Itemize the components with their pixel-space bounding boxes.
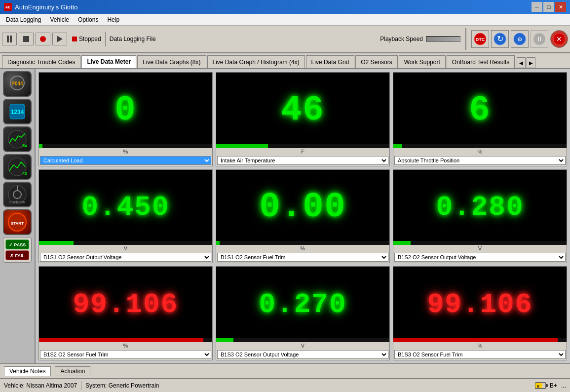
meter-select-row-5: B1S2 O2 Sensor Output Voltage — [393, 252, 567, 263]
title-bar-left: AE AutoEnginuity's Giotto — [4, 3, 78, 11]
svg-text:✕: ✕ — [556, 35, 562, 43]
meter-display-7: 0.270 — [216, 267, 389, 342]
toolbar-divider-2 — [465, 28, 466, 50]
tab-live-data-meter[interactable]: Live Data Meter — [81, 55, 136, 68]
stop-button[interactable] — [19, 33, 34, 45]
toolbar-refresh-button[interactable]: ↻ — [491, 30, 509, 48]
meter-value-5: 0.280 — [436, 192, 524, 223]
sidebar-graph4x-button[interactable]: 4x — [3, 154, 32, 180]
meter-progress-fill-7 — [216, 338, 233, 342]
tab-onboard-test[interactable]: OnBoard Test Results — [447, 55, 515, 68]
meter-cell-6: 99.106 % B1S2 O2 Sensor Fuel Trim — [38, 266, 213, 360]
tab-o2-sensors[interactable]: O2 Sensors — [355, 55, 397, 68]
meter-select-1[interactable]: Intake Air Temperature — [217, 156, 388, 165]
sidebar-num-button[interactable]: 1234 — [3, 99, 32, 124]
battery-indicator: B B+ — [535, 382, 557, 390]
playback-slider[interactable] — [426, 36, 460, 42]
tab-live-graph-histogram[interactable]: Live Data Graph / Histogram (4x) — [207, 55, 305, 68]
minimize-button[interactable]: ─ — [532, 2, 542, 12]
play-button[interactable] — [52, 33, 67, 45]
meter-select-5[interactable]: B1S2 O2 Sensor Output Voltage — [394, 253, 566, 262]
meter-select-8[interactable]: B1S3 O2 Sensor Fuel Trim — [394, 350, 566, 359]
actuation-tab[interactable]: Actuation — [55, 366, 90, 376]
meter-progress-fill-0 — [39, 144, 42, 148]
toolbar-stop2-button[interactable]: ✕ — [550, 30, 568, 48]
meter-display-0: 0 — [39, 73, 212, 148]
meter-value-7: 0.270 — [259, 289, 346, 320]
bottom-bar: Vehicle Notes Actuation — [0, 363, 570, 378]
meter-unit-1: F — [301, 148, 304, 155]
sidebar-sensor-button[interactable]: SENSOR — [3, 182, 32, 207]
toolbar-pause2-button[interactable]: ⏸ — [531, 30, 548, 48]
pause-button[interactable] — [2, 33, 17, 45]
meter-select-7[interactable]: B1S3 O2 Sensor Output Voltage — [217, 350, 388, 359]
meter-progress-fill-2 — [393, 144, 402, 148]
toolbar: Stopped Data Logging File Playback Speed… — [0, 26, 570, 53]
playback-label: Playback Speed — [380, 36, 423, 42]
sidebar-graph8x-button[interactable]: 8x — [3, 126, 32, 152]
meter-unit-0: % — [123, 148, 128, 155]
meter-display-5: 0.280 — [393, 170, 567, 245]
meter-value-0: 0 — [114, 91, 136, 130]
meter-select-4[interactable]: B1S1 O2 Sensor Fuel Trim — [217, 253, 388, 262]
svg-text:B: B — [537, 385, 539, 388]
meter-value-2: 6 — [469, 91, 491, 130]
meter-unit-4: % — [301, 245, 305, 252]
tab-live-grid[interactable]: Live Data Grid — [306, 55, 355, 68]
tab-work-support[interactable]: Work Support — [399, 55, 446, 68]
meter-unit-2: % — [478, 148, 483, 155]
meter-select-3[interactable]: B1S1 O2 Sensor Output Voltage — [40, 253, 211, 262]
meter-select-6[interactable]: B1S2 O2 Sensor Fuel Trim — [40, 350, 211, 359]
svg-text:⏸: ⏸ — [536, 35, 543, 43]
file-label: Data Logging File — [110, 36, 156, 42]
meter-progress-fill-6 — [39, 338, 203, 342]
toolbar-connect-button[interactable]: ⚙ — [511, 30, 529, 48]
menu-vehicle[interactable]: Vehicle — [46, 15, 73, 24]
maximize-button[interactable]: □ — [543, 2, 554, 12]
record-button[interactable] — [36, 33, 50, 45]
tab-bar: Diagnostic Trouble Codes Live Data Meter… — [0, 53, 570, 69]
status-bar: Vehicle: Nissan Altima 2007 System: Gene… — [0, 378, 570, 392]
sidebar: P044 1234 8x 4x — [0, 69, 36, 363]
title-bar: AE AutoEnginuity's Giotto ─ □ ✕ — [0, 0, 570, 14]
meter-progress-8 — [393, 338, 567, 342]
playback-area: Playback Speed — [380, 36, 460, 42]
meter-progress-fill-3 — [39, 241, 74, 245]
tab-live-graphs-8x[interactable]: Live Data Graphs (8x) — [137, 55, 206, 68]
sidebar-passfail-button[interactable]: ✓ PASS ✗ FAIL — [3, 237, 32, 263]
meter-select-2[interactable]: Absolute Throttle Position — [394, 156, 566, 165]
meter-select-row-2: Absolute Throttle Position — [393, 155, 567, 166]
stopped-label: Stopped — [79, 36, 101, 42]
svg-text:↻: ↻ — [497, 35, 503, 43]
meter-unit-6: % — [123, 342, 128, 349]
sidebar-start-button[interactable]: START — [3, 209, 32, 235]
tab-dtc[interactable]: Diagnostic Trouble Codes — [2, 55, 80, 68]
menu-help[interactable]: Help — [103, 15, 123, 24]
app-title: AutoEnginuity's Giotto — [15, 3, 78, 11]
meter-cell-7: 0.270 V B1S3 O2 Sensor Output Voltage — [216, 266, 390, 360]
tab-scroll-left[interactable]: ◀ — [517, 57, 526, 68]
svg-text:1234: 1234 — [11, 109, 24, 116]
toolbar-divider-1 — [105, 32, 106, 46]
tab-scroll-right[interactable]: ▶ — [527, 57, 535, 68]
meter-select-row-1: Intake Air Temperature — [216, 155, 389, 166]
svg-text:⚙: ⚙ — [517, 36, 523, 43]
menu-options[interactable]: Options — [74, 15, 102, 24]
meter-select-row-3: B1S1 O2 Sensor Output Voltage — [39, 252, 212, 263]
meter-progress-2 — [393, 144, 567, 148]
meter-progress-fill-1 — [216, 144, 268, 148]
close-button[interactable]: ✕ — [555, 2, 566, 12]
vehicle-notes-tab[interactable]: Vehicle Notes — [4, 366, 51, 376]
meter-value-8: 99.106 — [427, 289, 533, 320]
svg-text:DTC: DTC — [476, 37, 485, 42]
menu-bar: Data Logging Vehicle Options Help — [0, 14, 570, 26]
meter-select-0[interactable]: Calculated Load — [40, 156, 211, 165]
meter-cell-4: 0.00 % B1S1 O2 Sensor Fuel Trim — [216, 169, 390, 264]
menu-data-logging[interactable]: Data Logging — [2, 15, 45, 24]
meter-display-6: 99.106 — [39, 267, 212, 342]
toolbar-dtc-button[interactable]: DTC — [471, 30, 489, 48]
meter-value-6: 99.106 — [73, 289, 179, 320]
meter-progress-fill-5 — [393, 241, 411, 245]
meter-progress-3 — [39, 241, 212, 245]
sidebar-dtc-button[interactable]: P044 — [3, 71, 32, 97]
